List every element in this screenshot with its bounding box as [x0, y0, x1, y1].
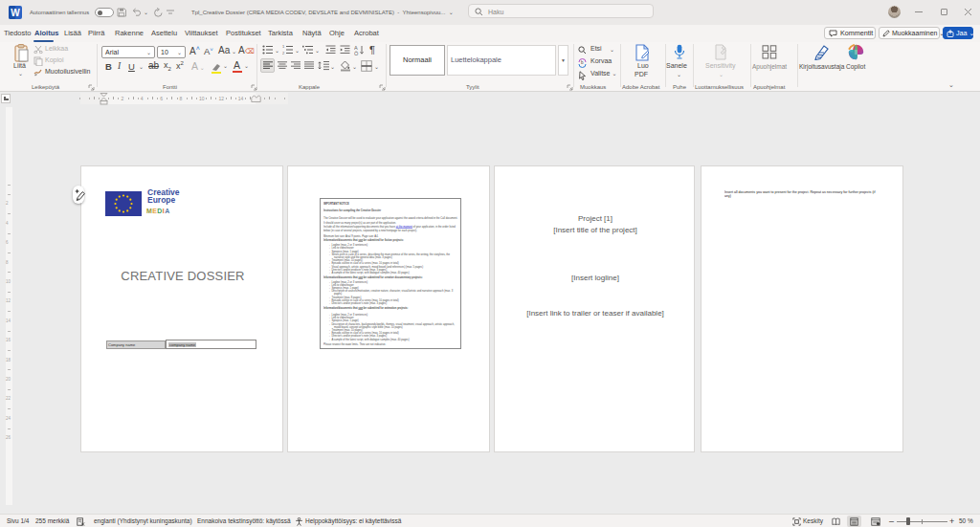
svg-text:1: 1 [282, 45, 285, 49]
svg-text:2: 2 [282, 51, 285, 55]
svg-text:Ö: Ö [354, 51, 359, 55]
svg-text:b: b [581, 60, 584, 65]
svg-text:W: W [11, 8, 20, 18]
